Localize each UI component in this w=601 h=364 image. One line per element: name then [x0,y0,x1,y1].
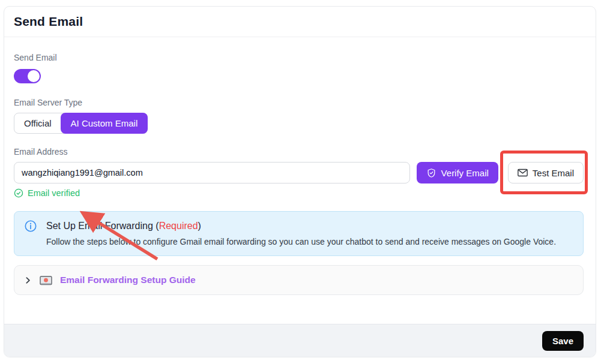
email-verified-status: Email verified [14,188,584,198]
test-email-wrapper: Test Email [508,162,584,183]
save-button[interactable]: Save [542,331,584,351]
info-box-description: Follow the steps below to configure Gmai… [46,237,573,246]
check-circle-icon [14,188,23,198]
required-badge: Required [159,221,198,231]
segment-official[interactable]: Official [14,113,61,133]
toggle-knob [28,70,40,82]
verify-email-label: Verify Email [441,168,489,178]
test-email-label: Test Email [533,168,574,178]
email-forwarding-guide-expander[interactable]: Email Forwarding Setup Guide [14,265,584,295]
email-forwarding-info-box: Set Up Email Forwarding (Required) Follo… [14,211,584,256]
email-verified-text: Email verified [28,188,80,198]
chevron-right-icon [24,276,32,284]
email-address-label: Email Address [14,147,584,157]
email-address-row: Verify Email Test Email [14,162,584,183]
page-title: Send Email [14,14,582,29]
envelope-icon [518,169,528,177]
verify-email-button[interactable]: Verify Email [417,162,498,183]
incoming-envelope-icon [40,275,52,285]
email-server-type-label: Email Server Type [14,98,584,107]
card-footer: Save [4,324,596,357]
info-box-title: Set Up Email Forwarding (Required) [46,221,201,231]
segment-ai-custom-email[interactable]: AI Custom Email [61,113,148,134]
email-address-input[interactable] [14,162,410,183]
info-circle-icon [24,219,37,233]
send-email-toggle[interactable] [14,69,41,83]
card-header: Send Email [4,7,596,37]
card-body: Send Email Email Server Type Official AI… [4,37,596,324]
test-email-button[interactable]: Test Email [508,162,584,183]
send-email-settings-card: Send Email Send Email Email Server Type … [4,6,596,357]
guide-expander-label: Email Forwarding Setup Guide [60,275,196,285]
shield-check-icon [426,168,436,178]
send-email-toggle-label: Send Email [14,53,584,62]
email-server-type-segmented-control: Official AI Custom Email [14,113,148,134]
